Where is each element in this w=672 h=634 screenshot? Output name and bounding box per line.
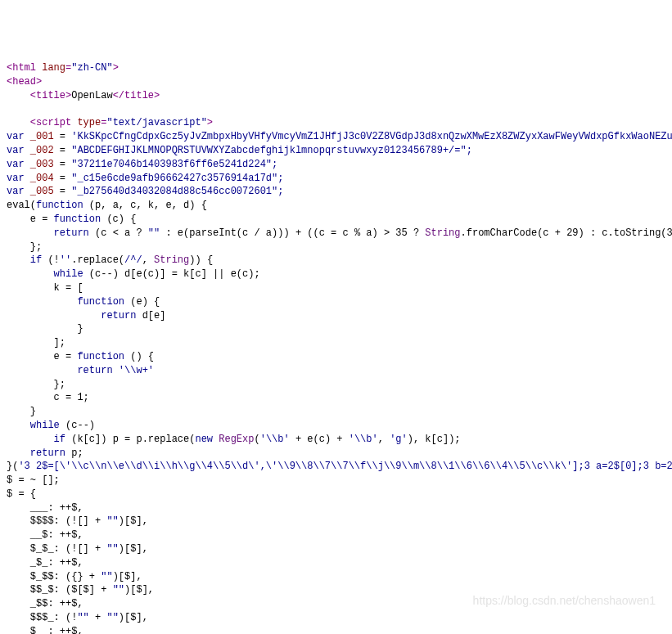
s-c: __$: ++$, xyxy=(7,529,83,541)
s-h: _$$: ++$, xyxy=(7,598,83,609)
title-line: <title>OpenLaw</title> xyxy=(7,90,160,101)
s-a: ___: ++$, xyxy=(7,502,83,514)
fn-e-line: function (e) { xyxy=(7,296,160,308)
return-line-1: return (c < a ? "" : e(parseInt(c / a)))… xyxy=(7,227,672,239)
eval-line: eval(function (p, a, c, k, e, d) { xyxy=(7,200,207,211)
s-f: $_$$: ({} + "")[$], xyxy=(7,571,142,582)
var-002-line: var _002 = "ABCDEFGHIJKLMNOPQRSTUVWXYZab… xyxy=(7,145,472,156)
ret-p-line: return p; xyxy=(7,447,83,459)
s-e: _$_: ++$, xyxy=(7,557,83,569)
close-1: }; xyxy=(7,241,42,253)
close-sq: ]; xyxy=(7,337,65,348)
var-004-line: var _004 = "_c15e6cde9afb96662427c357691… xyxy=(7,173,283,184)
s-b: $$$$: (![] + "")[$], xyxy=(7,515,148,527)
c1-line: c = 1; xyxy=(7,392,89,403)
script-open-tag: <script type="text/javascript"> xyxy=(7,117,213,128)
var-001-line: var _001 = 'KkSKpcCfngCdpxGcz5yJvZmbpxHb… xyxy=(7,131,672,142)
e-fn-line: e = function () { xyxy=(7,351,154,362)
head-tag: <head> xyxy=(7,76,42,88)
var-005-line: var _005 = "_b275640d34032084d88c546cc00… xyxy=(7,186,283,197)
var-003-line: var _003 = "37211e7046b1403983f6ff6e5241… xyxy=(7,159,277,170)
if-kc-line: if (k[c]) p = p.replace(new RegExp('\\b'… xyxy=(7,434,461,445)
k-assign: k = [ xyxy=(7,282,83,294)
close-brace: } xyxy=(7,323,83,335)
packed-line: }('3 2$=[\'\\c\\n\\e\\d\\i\\h\\g\\4\\5\\… xyxy=(7,461,672,472)
s-g: $$_$: ($[$] + "")[$], xyxy=(7,584,154,596)
code-viewer: <html lang="zh-CN"> <head> <title>OpenLa… xyxy=(7,61,665,634)
ret-w-line: return '\\w+' xyxy=(7,365,154,376)
close-2: }; xyxy=(7,379,65,390)
s-i: $$$_: (!"" + "")[$], xyxy=(7,612,148,623)
while-line: while (c--) d[e(c)] = k[c] || e(c); xyxy=(7,268,260,280)
e-func-line: e = function (c) { xyxy=(7,214,136,225)
s-line2: $ = { xyxy=(7,488,36,500)
title-text: OpenLaw xyxy=(71,90,112,101)
s-j: $__: ++$, xyxy=(7,626,83,634)
ret-de-line: return d[e] xyxy=(7,310,165,321)
s-d: $_$_: (![] + "")[$], xyxy=(7,543,148,555)
s-line1: $ = ~ []; xyxy=(7,474,60,486)
html-open-tag: <html lang="zh-CN"> xyxy=(7,62,119,74)
if-replace-line: if (!''.replace(/^/, String)) { xyxy=(7,254,213,266)
while2-line: while (c--) xyxy=(7,420,95,431)
end-if: } xyxy=(7,406,36,417)
